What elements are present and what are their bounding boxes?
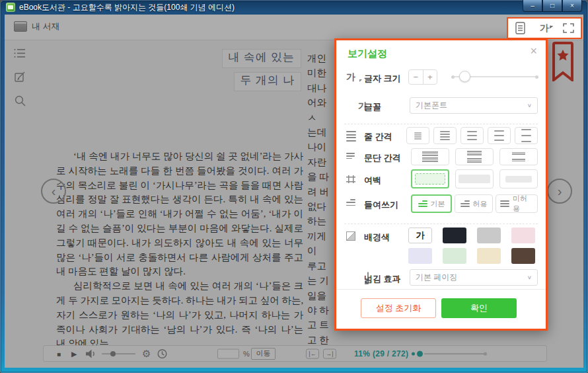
line-spacing-option-1[interactable] bbox=[406, 127, 429, 144]
margin-options bbox=[411, 169, 538, 188]
margin-label: 여백 bbox=[364, 175, 381, 186]
divider bbox=[344, 224, 538, 224]
indent-option-label: 허용 bbox=[473, 199, 488, 209]
page-transition-select[interactable]: 기본 페이징 ∨ bbox=[410, 269, 538, 286]
indent-option-default[interactable]: 기본 bbox=[411, 194, 452, 213]
font-size-stepper: − + bbox=[408, 69, 437, 85]
bg-color-swatch[interactable] bbox=[443, 228, 466, 243]
close-panel-button[interactable]: × bbox=[530, 45, 537, 57]
line-spacing-icon bbox=[346, 131, 356, 142]
background-color-icon bbox=[346, 231, 355, 241]
ebook-reader-window: eBook도서관 - 고요할수록 밝아지는 것들(100쇄 기념 에디션) – … bbox=[0, 0, 588, 373]
app-content: 내 서재 bbox=[5, 15, 583, 368]
toolbar-highlight-box: 가 bbox=[507, 17, 582, 39]
reading-info-icon[interactable] bbox=[511, 21, 529, 36]
cursor-arrow-icon bbox=[550, 25, 554, 29]
font-family-select[interactable]: 기본폰트 ∨ bbox=[410, 97, 538, 114]
paragraph-spacing-icon bbox=[346, 153, 355, 159]
indent-option-label: 미허용 bbox=[513, 194, 533, 214]
font-size-icon: 가 bbox=[346, 71, 358, 82]
view-settings-panel: 보기설정 × 가 글자 크기 − + 가 글꼴 기본폰트 bbox=[334, 38, 548, 331]
indent-disallow-icon bbox=[500, 200, 509, 207]
confirm-button[interactable]: 확인 bbox=[441, 298, 517, 318]
margin-icon bbox=[346, 175, 355, 183]
window-title: eBook도서관 - 고요할수록 밝아지는 것들(100쇄 기념 에디션) bbox=[19, 2, 235, 13]
close-window-button[interactable]: × bbox=[562, 0, 582, 12]
slider-left-dot bbox=[451, 75, 455, 79]
chevron-down-icon: ∨ bbox=[527, 103, 532, 108]
line-spacing-option-5[interactable] bbox=[515, 127, 538, 144]
font-family-value: 기본폰트 bbox=[416, 100, 447, 111]
font-size-decrease-button[interactable]: − bbox=[409, 70, 423, 84]
chevron-down-icon: ∨ bbox=[527, 274, 532, 280]
line-spacing-label: 줄 간격 bbox=[364, 131, 392, 143]
window-controls: – □ × bbox=[523, 0, 582, 12]
bg-color-swatch[interactable] bbox=[477, 228, 501, 243]
footer-divider bbox=[336, 289, 546, 290]
paragraph-spacing-options bbox=[411, 148, 538, 165]
paragraph-spacing-option-1[interactable] bbox=[411, 148, 449, 165]
font-size-slider-handle[interactable] bbox=[459, 71, 470, 82]
indent-option-disallow[interactable]: 미허용 bbox=[496, 194, 538, 213]
bg-color-swatch[interactable]: 가 bbox=[408, 228, 432, 243]
page-transition-value: 기본 페이징 bbox=[416, 272, 457, 283]
indent-label: 들여쓰기 bbox=[364, 199, 398, 211]
font-size-increase-button[interactable]: + bbox=[423, 70, 437, 84]
titlebar: eBook도서관 - 고요할수록 밝아지는 것들(100쇄 기념 에디션) bbox=[0, 0, 588, 15]
margin-option-1-selected[interactable] bbox=[411, 169, 449, 188]
indent-default-icon bbox=[418, 200, 427, 207]
page-transition-label: 넘김 효과 bbox=[364, 273, 401, 285]
view-settings-icon[interactable]: 가 bbox=[536, 21, 553, 36]
background-color-label: 배경색 bbox=[364, 231, 390, 243]
font-family-label: 글꼴 bbox=[364, 101, 381, 113]
reset-settings-button[interactable]: 설정 초기화 bbox=[361, 298, 436, 318]
minimize-button[interactable]: – bbox=[523, 0, 542, 12]
indent-option-label: 기본 bbox=[431, 199, 445, 209]
panel-title: 보기설정 bbox=[348, 48, 387, 60]
line-spacing-option-3[interactable] bbox=[460, 127, 484, 144]
indent-options: 기본 허용 미허용 bbox=[411, 194, 538, 213]
paragraph-spacing-option-3[interactable] bbox=[499, 148, 538, 165]
font-size-slider-track[interactable] bbox=[453, 76, 537, 77]
paragraph-spacing-label: 문단 간격 bbox=[364, 152, 401, 164]
ga-glyph: 가 bbox=[540, 22, 549, 34]
line-spacing-options bbox=[406, 127, 538, 144]
margin-option-3[interactable] bbox=[499, 169, 538, 188]
font-size-label: 글자 크기 bbox=[364, 73, 401, 85]
indent-icon bbox=[346, 199, 355, 206]
slider-right-dot bbox=[535, 75, 538, 79]
app-icon bbox=[6, 3, 15, 12]
maximize-button[interactable]: □ bbox=[542, 0, 562, 12]
line-spacing-option-2[interactable] bbox=[433, 127, 457, 144]
bg-color-swatch[interactable] bbox=[511, 228, 535, 243]
margin-option-2[interactable] bbox=[455, 169, 494, 188]
indent-option-allow[interactable]: 허용 bbox=[455, 194, 493, 213]
divider bbox=[344, 124, 538, 124]
line-spacing-option-4[interactable] bbox=[488, 127, 511, 144]
indent-allow-icon bbox=[460, 200, 470, 207]
bg-color-swatch[interactable] bbox=[477, 248, 501, 264]
bg-color-swatches: 가 bbox=[408, 228, 538, 264]
fullscreen-icon[interactable] bbox=[560, 21, 577, 36]
bg-color-swatch[interactable] bbox=[443, 248, 466, 264]
bg-color-swatch[interactable] bbox=[408, 248, 432, 264]
paragraph-spacing-option-2[interactable] bbox=[455, 148, 494, 165]
bg-color-swatch[interactable] bbox=[511, 248, 535, 264]
